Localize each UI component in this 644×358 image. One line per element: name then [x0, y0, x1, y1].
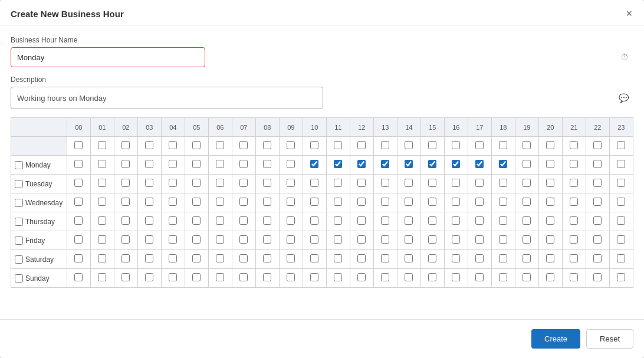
cell-saturday-20[interactable] [538, 250, 562, 269]
checkbox-thursday-12[interactable] [357, 216, 366, 225]
cell-thursday-05[interactable] [185, 212, 208, 231]
checkbox-thursday-13[interactable] [381, 216, 389, 225]
cell-thursday-20[interactable] [538, 212, 562, 231]
checkbox-thursday-03[interactable] [145, 216, 153, 225]
select-all-hour-06[interactable] [208, 137, 232, 156]
cell-tuesday-07[interactable] [232, 175, 255, 193]
checkbox-sunday-07[interactable] [239, 273, 248, 281]
checkbox-thursday-01[interactable] [98, 216, 106, 225]
checkbox-monday-09[interactable] [287, 160, 295, 168]
checkbox-tuesday-21[interactable] [570, 179, 578, 187]
checkbox-wednesday-03[interactable] [145, 198, 153, 206]
day-checkbox-thursday[interactable] [15, 218, 23, 226]
cell-thursday-11[interactable] [326, 212, 350, 231]
day-checkbox-friday[interactable] [15, 237, 23, 245]
cell-wednesday-22[interactable] [586, 193, 609, 212]
checkbox-sunday-00[interactable] [74, 273, 83, 281]
checkbox-wednesday-10[interactable] [310, 198, 318, 206]
cell-sunday-20[interactable] [538, 269, 562, 288]
select-all-checkbox-22[interactable] [593, 141, 602, 149]
checkbox-sunday-16[interactable] [452, 273, 460, 281]
checkbox-monday-05[interactable] [192, 160, 201, 168]
checkbox-thursday-11[interactable] [334, 216, 342, 225]
cell-tuesday-01[interactable] [90, 175, 114, 193]
cell-monday-08[interactable] [255, 156, 279, 175]
cell-monday-20[interactable] [538, 156, 562, 175]
checkbox-tuesday-06[interactable] [216, 179, 224, 187]
checkbox-thursday-18[interactable] [499, 216, 507, 225]
cell-tuesday-04[interactable] [161, 175, 185, 193]
checkbox-sunday-18[interactable] [499, 273, 507, 281]
select-all-checkbox-08[interactable] [263, 141, 271, 149]
cell-wednesday-23[interactable] [609, 193, 633, 212]
select-all-hour-21[interactable] [562, 137, 586, 156]
checkbox-friday-12[interactable] [357, 235, 366, 244]
select-all-hour-09[interactable] [279, 137, 303, 156]
cell-saturday-18[interactable] [491, 250, 515, 269]
checkbox-wednesday-21[interactable] [570, 198, 578, 206]
checkbox-friday-15[interactable] [428, 235, 436, 244]
cell-monday-15[interactable] [420, 156, 444, 175]
checkbox-thursday-04[interactable] [169, 216, 177, 225]
checkbox-monday-08[interactable] [263, 160, 271, 168]
cell-sunday-12[interactable] [350, 269, 373, 288]
cell-friday-01[interactable] [90, 231, 114, 250]
cell-sunday-15[interactable] [420, 269, 444, 288]
select-all-hour-12[interactable] [350, 137, 373, 156]
checkbox-tuesday-23[interactable] [617, 179, 625, 187]
cell-thursday-10[interactable] [303, 212, 326, 231]
cell-tuesday-02[interactable] [114, 175, 137, 193]
cell-thursday-18[interactable] [491, 212, 515, 231]
checkbox-tuesday-10[interactable] [310, 179, 318, 187]
cell-saturday-11[interactable] [326, 250, 350, 269]
cell-tuesday-21[interactable] [562, 175, 586, 193]
checkbox-thursday-23[interactable] [617, 216, 625, 225]
cell-saturday-00[interactable] [67, 250, 90, 269]
cell-thursday-19[interactable] [515, 212, 538, 231]
cell-sunday-07[interactable] [232, 269, 255, 288]
checkbox-thursday-15[interactable] [428, 216, 436, 225]
checkbox-sunday-08[interactable] [263, 273, 271, 281]
checkbox-friday-09[interactable] [287, 235, 295, 244]
checkbox-wednesday-08[interactable] [263, 198, 271, 206]
checkbox-thursday-05[interactable] [192, 216, 201, 225]
checkbox-wednesday-00[interactable] [74, 198, 83, 206]
checkbox-monday-01[interactable] [98, 160, 106, 168]
checkbox-tuesday-01[interactable] [98, 179, 106, 187]
checkbox-tuesday-03[interactable] [145, 179, 153, 187]
checkbox-tuesday-07[interactable] [239, 179, 248, 187]
checkbox-monday-00[interactable] [74, 160, 83, 168]
checkbox-tuesday-18[interactable] [499, 179, 507, 187]
checkbox-friday-20[interactable] [546, 235, 554, 244]
cell-wednesday-20[interactable] [538, 193, 562, 212]
checkbox-thursday-02[interactable] [121, 216, 130, 225]
cell-wednesday-00[interactable] [67, 193, 90, 212]
cell-sunday-02[interactable] [114, 269, 137, 288]
cell-friday-06[interactable] [208, 231, 232, 250]
cell-friday-15[interactable] [420, 231, 444, 250]
cell-wednesday-10[interactable] [303, 193, 326, 212]
cell-monday-04[interactable] [161, 156, 185, 175]
checkbox-saturday-11[interactable] [334, 254, 342, 262]
cell-friday-08[interactable] [255, 231, 279, 250]
checkbox-saturday-06[interactable] [216, 254, 224, 262]
cell-tuesday-09[interactable] [279, 175, 303, 193]
checkbox-wednesday-02[interactable] [121, 198, 130, 206]
checkbox-monday-20[interactable] [546, 160, 554, 168]
checkbox-saturday-20[interactable] [546, 254, 554, 262]
checkbox-saturday-16[interactable] [452, 254, 460, 262]
cell-wednesday-15[interactable] [420, 193, 444, 212]
checkbox-saturday-12[interactable] [357, 254, 366, 262]
cell-wednesday-03[interactable] [137, 193, 161, 212]
checkbox-wednesday-13[interactable] [381, 198, 389, 206]
checkbox-thursday-16[interactable] [452, 216, 460, 225]
cell-sunday-04[interactable] [161, 269, 185, 288]
cell-tuesday-15[interactable] [420, 175, 444, 193]
checkbox-wednesday-11[interactable] [334, 198, 342, 206]
select-all-hour-07[interactable] [232, 137, 255, 156]
cell-sunday-06[interactable] [208, 269, 232, 288]
cell-thursday-22[interactable] [586, 212, 609, 231]
checkbox-saturday-00[interactable] [74, 254, 83, 262]
select-all-hour-03[interactable] [137, 137, 161, 156]
cell-monday-16[interactable] [444, 156, 468, 175]
